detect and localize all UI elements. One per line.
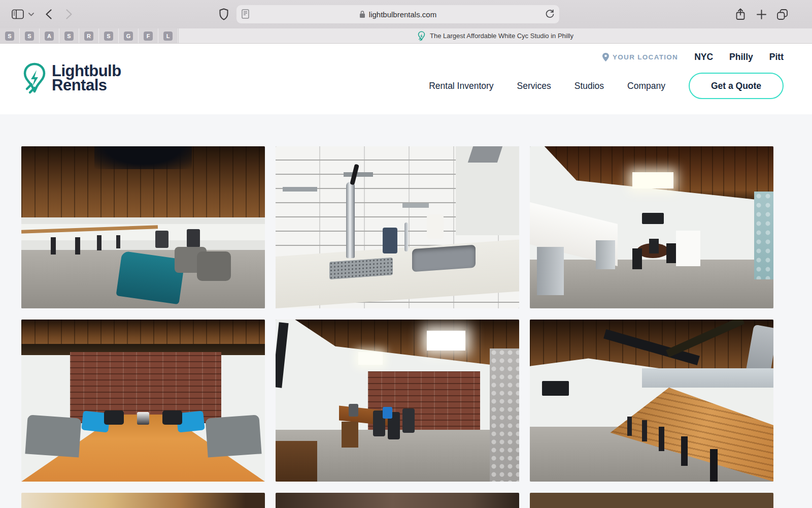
photo-accent-tile-shape	[344, 172, 373, 177]
pinned-tab-favicon: S	[5, 31, 14, 41]
location-link-philly[interactable]: Philly	[729, 52, 753, 62]
page-body	[0, 114, 812, 508]
photo-stool-shape	[659, 427, 664, 451]
main-nav: Rental Inventory Services Studios Compan…	[429, 73, 784, 99]
pinned-tab-favicon: F	[144, 31, 153, 41]
pinned-tab[interactable]: R	[79, 28, 99, 43]
header-right: YOUR LOCATION NYC Philly Pitt Rental Inv…	[429, 44, 784, 99]
active-tab-title: The Largest Affordable White Cyc Studio …	[430, 32, 573, 40]
photo-duct-shape	[468, 146, 502, 163]
photo-paper-towel-shape	[427, 214, 444, 239]
photo-light-panel-shape	[358, 352, 383, 365]
sidebar-chevron-down-icon[interactable]	[27, 0, 35, 28]
photo-floor-shape	[530, 260, 773, 308]
photo-stool-shape	[710, 449, 718, 482]
pinned-tab[interactable]: S	[99, 28, 119, 43]
site-logo[interactable]: Lightbulb Rentals	[21, 62, 121, 94]
location-link-pitt[interactable]: Pitt	[769, 52, 784, 62]
gallery-photo-3[interactable]	[530, 146, 773, 308]
sidebar-toggle-icon[interactable]	[11, 0, 24, 28]
photo-chair-shape	[666, 243, 676, 263]
photo-ceiling-shape	[21, 320, 265, 347]
gallery-photo-8[interactable]	[276, 493, 519, 508]
pinned-tab-favicon: R	[84, 31, 93, 41]
nav-rental-inventory[interactable]: Rental Inventory	[429, 81, 493, 91]
photo-chair-shape	[649, 239, 659, 253]
photo-stool-shape	[116, 235, 120, 248]
tab-overview-icon[interactable]	[775, 0, 789, 28]
gallery-photo-1[interactable]	[21, 146, 265, 308]
photo-stool-shape	[627, 417, 632, 436]
photo-stool-shape	[642, 420, 647, 441]
tab-bar: S S A S R S G F L The Largest Affordable…	[0, 28, 812, 44]
nav-services[interactable]: Services	[517, 81, 551, 91]
photo-chair-shape	[162, 410, 182, 425]
photo-window-band-shape	[642, 368, 773, 388]
photo-directors-chair-shape	[187, 229, 200, 247]
active-tab[interactable]: The Largest Affordable White Cyc Studio …	[178, 28, 812, 43]
map-pin-icon	[602, 53, 609, 61]
photo-chair-shape	[104, 410, 123, 425]
pinned-tab[interactable]: A	[40, 28, 59, 43]
share-icon[interactable]	[734, 0, 747, 28]
photo-curtain-shape	[754, 192, 773, 279]
logo-wordmark: Lightbulb Rentals	[52, 64, 121, 92]
address-bar[interactable]: lightbulbrentals.com	[236, 5, 559, 23]
pinned-tab[interactable]: S	[0, 28, 20, 43]
photo-wood-cabinet-shape	[276, 441, 317, 482]
address-url-group: lightbulbrentals.com	[236, 5, 559, 23]
photo-accent-tile-shape	[402, 203, 429, 208]
pinned-tab-favicon: S	[64, 31, 74, 41]
photo-table-base-shape	[342, 422, 359, 448]
get-a-quote-button[interactable]: Get a Quote	[689, 73, 784, 99]
gallery-photo-9[interactable]	[530, 493, 773, 508]
photo-light-panel-shape	[427, 331, 466, 350]
gallery-photo-5[interactable]	[276, 320, 519, 482]
pinned-tab[interactable]: S	[59, 28, 79, 43]
pinned-tab-favicon: L	[163, 31, 173, 41]
photo-tap-tower-shape	[346, 182, 355, 258]
pinned-tab-favicon: G	[124, 31, 133, 41]
site-favicon	[417, 31, 426, 41]
photo-armchair-shape	[197, 251, 231, 280]
photo-grid	[21, 146, 773, 508]
gallery-photo-2[interactable]	[276, 146, 519, 308]
gallery-photo-6[interactable]	[530, 320, 773, 482]
back-icon[interactable]	[44, 0, 54, 28]
photo-sink-shape	[412, 244, 476, 271]
forward-icon[interactable]	[64, 0, 74, 28]
photo-blue-chair-shape	[383, 407, 392, 418]
photo-office-chair-shape	[349, 404, 358, 417]
photo-faucet-shape	[404, 223, 408, 251]
pinned-tab-favicon: S	[104, 31, 113, 41]
photo-stool-shape	[97, 235, 101, 250]
privacy-shield-icon[interactable]	[217, 0, 230, 28]
your-location-link[interactable]: YOUR LOCATION	[602, 53, 678, 61]
location-row: YOUR LOCATION NYC Philly Pitt	[602, 52, 784, 62]
photo-curtain-shape	[490, 348, 519, 482]
pinned-tab[interactable]: G	[119, 28, 139, 43]
logo-line2: Rentals	[52, 78, 121, 92]
new-tab-icon[interactable]	[755, 0, 768, 28]
pinned-tab[interactable]: L	[158, 28, 178, 43]
lightbulb-logo-icon	[21, 62, 48, 94]
photo-power-tower-shape	[137, 412, 149, 425]
refresh-icon[interactable]	[546, 9, 554, 21]
nav-studios[interactable]: Studios	[574, 81, 604, 91]
pinned-tab-favicon: A	[45, 31, 54, 41]
photo-skylight-shape	[632, 172, 674, 188]
photo-office-chair-shape	[402, 408, 415, 433]
lock-icon	[359, 10, 365, 18]
photo-tv-shape	[542, 381, 569, 396]
location-link-nyc[interactable]: NYC	[694, 52, 713, 62]
gallery-photo-4[interactable]	[21, 320, 265, 482]
gallery-photo-7[interactable]	[21, 493, 265, 508]
photo-chair-shape	[25, 415, 81, 458]
pinned-tab[interactable]: F	[139, 28, 158, 43]
nav-company[interactable]: Company	[627, 81, 665, 91]
photo-directors-chair-shape	[155, 231, 168, 248]
browser-toolbar: lightbulbrentals.com	[0, 0, 812, 28]
photo-stainless-fridge-shape	[537, 247, 564, 296]
photo-stool-shape	[75, 237, 80, 255]
pinned-tab[interactable]: S	[20, 28, 40, 43]
